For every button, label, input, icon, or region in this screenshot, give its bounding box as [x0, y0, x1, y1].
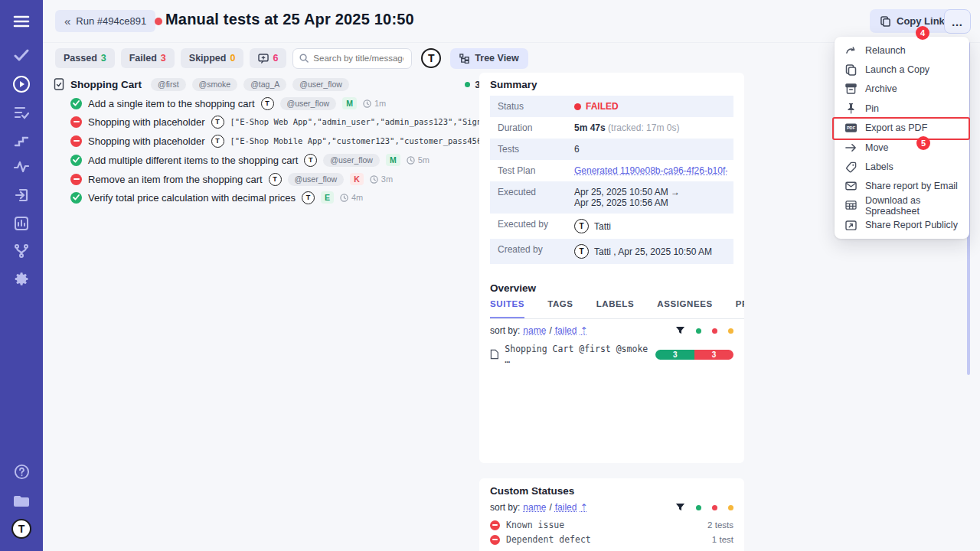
- test-row[interactable]: Shopping with placeholder T ["E-Shop Mob…: [70, 132, 530, 149]
- filter-skipped[interactable]: Skipped 0: [181, 48, 244, 68]
- test-title: Shopping with placeholder: [88, 116, 205, 128]
- back-to-run-button[interactable]: « Run #494ce891: [55, 10, 155, 32]
- menu-item-share-report-publicly[interactable]: Share Report Publicly: [835, 216, 969, 235]
- tab-labels[interactable]: LABELS: [596, 299, 635, 318]
- reporter-logo-icon: T: [261, 97, 274, 110]
- avatar-logo[interactable]: T: [0, 519, 43, 539]
- steps-icon[interactable]: [0, 132, 43, 148]
- sign-in-icon[interactable]: [0, 187, 43, 203]
- tree-view-button[interactable]: Tree View: [450, 48, 528, 69]
- filter-toolbar: Passed 3 Failed 3 Skipped 0 6 T Tree Vie…: [55, 47, 528, 69]
- menu-item-label: Launch a Copy: [865, 64, 929, 75]
- pin-icon: [845, 103, 857, 114]
- page-title: Manual tests at 25 Apr 2025 10:50: [165, 11, 414, 28]
- status-letter-badge[interactable]: M: [386, 154, 400, 166]
- copy-link-button[interactable]: Copy Link: [870, 9, 956, 33]
- list-check-icon[interactable]: [0, 105, 43, 120]
- test-tag[interactable]: @user_flow: [280, 97, 337, 110]
- test-title: Remove an item from the shopping cart: [88, 174, 263, 185]
- suite-tag[interactable]: @user_flow: [292, 78, 349, 91]
- app-logo-icon[interactable]: T: [421, 48, 441, 68]
- test-row[interactable]: Add a single item to the shopping cart T…: [70, 95, 530, 112]
- folder-icon[interactable]: [0, 492, 43, 509]
- menu-item-download-as-spreadsheet[interactable]: Download as Spreadsheet: [835, 196, 969, 215]
- menu-item-share-report-by-email[interactable]: Share report by Email: [835, 177, 969, 196]
- test-plan-link[interactable]: Generated 1190e08b-ca96-4f26-b10f-d6dc..…: [574, 165, 727, 176]
- test-duration: 3m: [370, 174, 393, 184]
- sort-order-icon[interactable]: ⇡: [580, 502, 587, 513]
- custom-status-label: Known issue: [506, 520, 564, 530]
- menu-item-labels[interactable]: Labels: [835, 157, 969, 176]
- sort-order-icon[interactable]: ⇡: [580, 325, 587, 336]
- menu-item-label: Archive: [865, 83, 897, 94]
- menu-item-archive[interactable]: Archive: [835, 80, 969, 99]
- svg-text:PDF: PDF: [847, 126, 856, 131]
- filter-funnel-icon[interactable]: [675, 503, 685, 513]
- summary-row-plan: Test Plan Generated 1190e08b-ca96-4f26-b…: [490, 160, 733, 181]
- tab-suites[interactable]: SUITES: [490, 299, 524, 318]
- suite-tag[interactable]: @first: [151, 78, 186, 91]
- sort-name-link[interactable]: name: [523, 325, 546, 336]
- menu-item-export-as-pdf[interactable]: PDF Export as PDF: [835, 119, 969, 138]
- test-tag[interactable]: @user_flow: [323, 154, 380, 167]
- copy-icon: [845, 64, 857, 76]
- hamburger-icon[interactable]: [0, 14, 43, 29]
- clock-icon: [407, 156, 415, 165]
- tab-tags[interactable]: TAGS: [547, 299, 573, 318]
- overview-suite-row[interactable]: Shopping Cart @first @smoke … 3 3: [490, 344, 733, 365]
- play-circle-icon[interactable]: [0, 75, 43, 93]
- status-letter-badge[interactable]: K: [350, 173, 364, 185]
- report-chart-icon[interactable]: [0, 216, 43, 231]
- skipped-filter-dot[interactable]: [728, 328, 733, 334]
- executed-start: Apr 25, 2025 10:50 AM →: [574, 187, 727, 197]
- filter-funnel-icon[interactable]: [675, 326, 685, 336]
- custom-status-row[interactable]: Dependent defect 1 test: [490, 534, 733, 545]
- check-icon[interactable]: [0, 47, 43, 63]
- filter-failed[interactable]: Failed 3: [121, 48, 175, 68]
- menu-item-relaunch[interactable]: Relaunch: [835, 41, 969, 60]
- passed-filter-dot[interactable]: [696, 328, 701, 334]
- overview-heading: Overview: [490, 282, 536, 294]
- suite-result-bar[interactable]: 3 3: [655, 350, 733, 360]
- tab-assignees[interactable]: ASSIGNEES: [657, 299, 713, 318]
- sort-name-link[interactable]: name: [523, 502, 546, 513]
- tab-priority[interactable]: PRIORITY: [736, 299, 744, 318]
- file-icon: [490, 349, 498, 360]
- suite-tag[interactable]: @tag_A: [243, 78, 286, 91]
- summary-row-tests: Tests 6: [490, 139, 733, 160]
- gear-icon[interactable]: [0, 270, 43, 287]
- test-row[interactable]: Add multiple different items to the shop…: [70, 152, 530, 168]
- help-icon[interactable]: [0, 463, 43, 480]
- status-letter-badge[interactable]: M: [342, 97, 357, 109]
- failed-filter-dot[interactable]: [712, 505, 717, 510]
- branch-icon[interactable]: [0, 243, 43, 259]
- failed-filter-dot[interactable]: [712, 328, 717, 334]
- menu-item-pin[interactable]: Pin: [835, 99, 969, 118]
- sort-failed-link[interactable]: failed: [555, 325, 577, 336]
- test-title: Shopping with placeholder: [88, 135, 205, 147]
- menu-item-move[interactable]: Move: [835, 138, 969, 157]
- custom-status-row[interactable]: Known issue 2 tests: [490, 520, 733, 530]
- filter-comments[interactable]: 6: [250, 48, 286, 68]
- activity-icon[interactable]: [0, 159, 43, 174]
- test-row[interactable]: Shopping with placeholder T ["E-Shop Web…: [70, 113, 530, 130]
- status-letter-badge[interactable]: E: [321, 191, 334, 204]
- filter-passed[interactable]: Passed 3: [55, 48, 115, 68]
- test-tag[interactable]: @user_flow: [288, 173, 345, 186]
- suite-tag[interactable]: @smoke: [192, 78, 238, 91]
- sort-failed-link[interactable]: failed: [555, 502, 577, 513]
- skipped-filter-dot[interactable]: [728, 505, 733, 510]
- executed-by-value: Tatti: [594, 221, 611, 232]
- summary-row-duration: Duration 5m 47s (tracked: 17m 0s): [490, 117, 733, 139]
- menu-item-launch-a-copy[interactable]: Launch a Copy: [835, 60, 969, 79]
- suite-header[interactable]: Shopping Cart @first @smoke @tag_A @user…: [54, 77, 521, 92]
- clock-icon: [340, 194, 348, 202]
- passed-filter-dot[interactable]: [696, 505, 701, 510]
- failed-minus-icon: [490, 535, 500, 545]
- run-status-dot: [155, 18, 162, 25]
- more-actions-button[interactable]: …: [944, 9, 971, 34]
- test-row[interactable]: Verify total price calculation with deci…: [70, 189, 530, 206]
- filter-skipped-label: Skipped: [189, 53, 227, 64]
- test-row[interactable]: Remove an item from the shopping cart T …: [70, 171, 530, 187]
- search-input[interactable]: [313, 54, 403, 63]
